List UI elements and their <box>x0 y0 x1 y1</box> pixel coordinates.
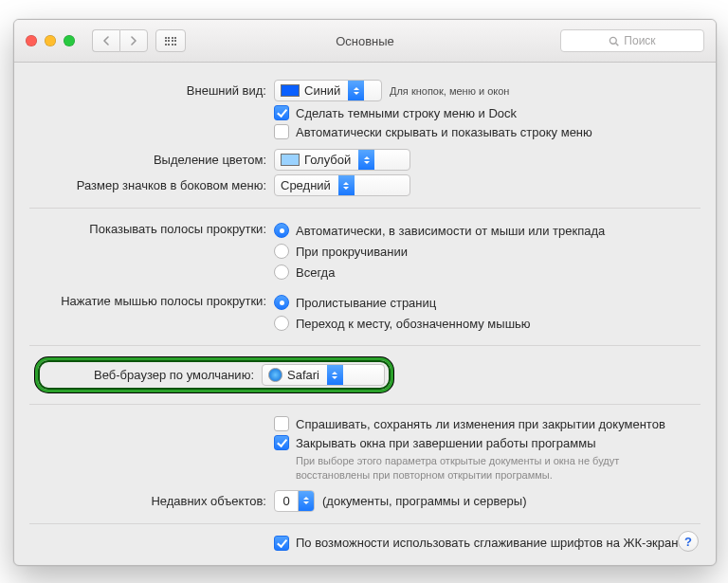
highlight-label: Выделение цветом: <box>41 153 274 167</box>
close-windows-hint: При выборе этого параметра открытые доку… <box>294 454 689 483</box>
scrollbars-option-label: При прокручивании <box>296 245 408 259</box>
svg-point-0 <box>610 37 617 44</box>
show-all-button[interactable] <box>155 29 186 52</box>
help-button[interactable]: ? <box>678 531 699 552</box>
font-smoothing-label: По возможности использовать сглаживание … <box>296 536 685 550</box>
preferences-window: Основные Поиск Внешний вид: Синий Для кн… <box>13 19 717 566</box>
forward-button[interactable] <box>119 29 148 52</box>
scrollbars-label: Показывать полосы прокрутки: <box>41 220 274 236</box>
separator <box>29 208 701 209</box>
dark-menu-checkbox[interactable] <box>274 105 289 120</box>
nav-buttons <box>92 29 148 52</box>
scroll-click-option-page[interactable] <box>274 295 289 310</box>
scrollbars-option-always[interactable] <box>274 264 289 280</box>
ask-save-checkbox[interactable] <box>274 416 289 431</box>
window-controls <box>14 35 75 46</box>
grid-icon <box>165 37 177 46</box>
scroll-click-option-spot[interactable] <box>274 316 289 331</box>
sidebar-icons-label: Размер значков в боковом меню: <box>41 178 274 192</box>
search-input[interactable]: Поиск <box>560 29 704 52</box>
recent-stepper[interactable]: 0 <box>274 490 315 512</box>
autohide-menu-label: Автоматически скрывать и показывать стро… <box>296 125 592 139</box>
sidebar-icons-select[interactable]: Средний <box>274 174 410 196</box>
font-smoothing-checkbox[interactable] <box>274 536 289 551</box>
scrollbars-option-auto[interactable] <box>274 223 289 238</box>
zoom-icon[interactable] <box>64 35 75 46</box>
scrollbars-option-scrolling[interactable] <box>274 244 289 259</box>
autohide-menu-checkbox[interactable] <box>274 124 289 139</box>
recent-value: 0 <box>275 494 298 508</box>
minimize-icon[interactable] <box>45 35 56 46</box>
scroll-click-option-label: Пролистывание страниц <box>296 296 436 310</box>
scrollbars-option-label: Всегда <box>296 265 335 280</box>
svg-line-1 <box>616 43 619 46</box>
chevron-updown-icon <box>298 491 314 511</box>
close-windows-label: Закрывать окна при завершении работы про… <box>296 436 596 450</box>
default-browser-label: Веб-браузер по умолчанию: <box>44 368 254 382</box>
appearance-value: Синий <box>304 83 340 98</box>
search-placeholder: Поиск <box>624 34 655 47</box>
chevron-updown-icon <box>348 81 364 100</box>
appearance-label: Внешний вид: <box>41 83 274 98</box>
scrollbars-option-label: Автоматически, в зависимости от мыши или… <box>296 224 605 238</box>
chevron-updown-icon <box>338 175 355 195</box>
sidebar-icons-value: Средний <box>281 178 331 192</box>
appearance-hint: Для кнопок, меню и окон <box>390 85 509 97</box>
safari-icon <box>268 368 282 382</box>
chevron-updown-icon <box>327 365 343 385</box>
search-icon <box>609 36 619 46</box>
close-icon[interactable] <box>26 35 37 46</box>
scroll-click-option-label: Переход к месту, обозначенному мышью <box>296 317 531 331</box>
highlight-select[interactable]: Голубой <box>274 149 410 171</box>
color-swatch-blue-icon <box>281 84 300 97</box>
scroll-click-label: Нажатие мышью полосы прокрутки: <box>41 292 274 308</box>
appearance-select[interactable]: Синий <box>274 80 382 101</box>
back-button[interactable] <box>92 29 119 52</box>
default-browser-value: Safari <box>287 368 319 382</box>
separator <box>29 345 701 346</box>
chevron-updown-icon <box>358 150 374 170</box>
default-browser-highlight: Веб-браузер по умолчанию: Safari <box>35 357 393 392</box>
help-icon: ? <box>684 535 692 549</box>
recent-label: Недавних объектов: <box>41 494 274 508</box>
ask-save-label: Спрашивать, сохранять ли изменения при з… <box>296 417 665 431</box>
dark-menu-label: Сделать темными строку меню и Dock <box>296 106 517 120</box>
default-browser-select[interactable]: Safari <box>262 364 385 386</box>
titlebar: Основные Поиск <box>14 20 716 63</box>
highlight-value: Голубой <box>304 153 351 167</box>
recent-hint: (документы, программы и серверы) <box>322 494 526 508</box>
separator <box>29 523 701 524</box>
color-swatch-cyan-icon <box>281 154 300 166</box>
content: Внешний вид: Синий Для кнопок, меню и ок… <box>14 63 716 566</box>
close-windows-checkbox[interactable] <box>274 435 289 450</box>
separator <box>29 404 701 405</box>
